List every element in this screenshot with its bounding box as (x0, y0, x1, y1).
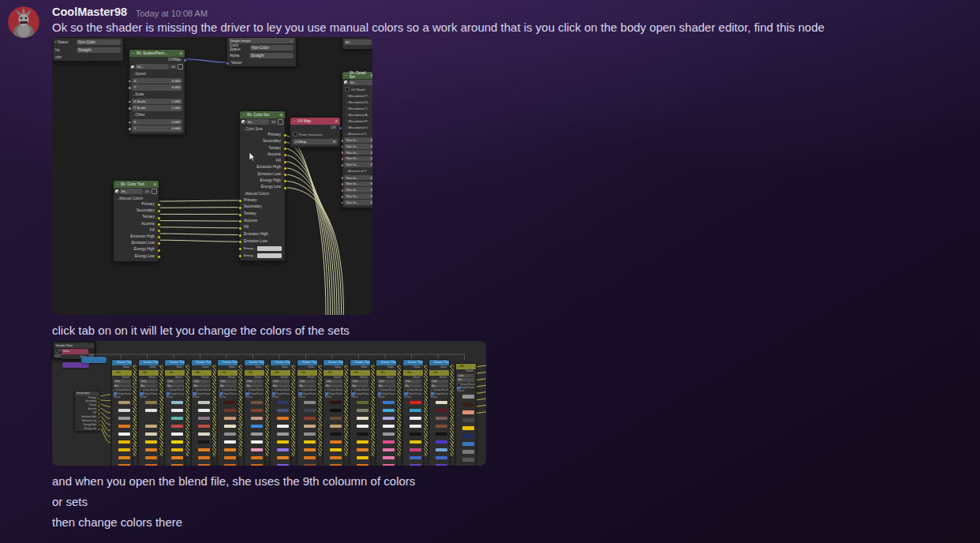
clamp-factor-checkbox: Clamp Factor (324, 392, 343, 395)
color-swatch (145, 401, 157, 404)
color-swatch-row (403, 464, 423, 466)
attachment-shader-editor[interactable]: r SpaceNon-ColorhaStraight ctor Sh. Scal… (52, 37, 372, 315)
output-socket: Primary (114, 201, 159, 208)
attachment-color-columns[interactable]: Value Value Group Input PrimarySecondary… (52, 341, 486, 466)
selector-value: Sh... (120, 189, 144, 194)
color-swatch (145, 448, 157, 451)
color-swatch (383, 456, 395, 459)
input-socket: Tetriary (240, 211, 285, 218)
color-swatch (198, 433, 210, 436)
section-offset: Offset (129, 112, 185, 118)
color-swatch-row (350, 409, 370, 414)
color-swatch (462, 410, 474, 414)
input-socket: Emission High (240, 231, 285, 238)
color-swatch-row (429, 433, 449, 438)
output-socket: Energy Low (75, 427, 99, 431)
value-field: Y Scale1.000 (132, 105, 182, 111)
color-swatch-row (218, 440, 238, 446)
color-swatch (224, 425, 236, 428)
color-swatch-row (112, 425, 132, 430)
color-swatch (330, 456, 342, 459)
clamp-factor-checkbox: Clamp Factor (429, 392, 449, 395)
section-amount-y: Amount of Y (342, 168, 372, 174)
color-swatch-row (324, 456, 343, 462)
result-output: Result (456, 369, 476, 373)
factor-field: Factor (403, 395, 423, 399)
output-socket: Tetriary (114, 214, 159, 220)
result-output: Result (192, 376, 211, 380)
color-swatch (304, 440, 316, 444)
avatar[interactable] (8, 6, 39, 38)
blend-dropdown: Mix (431, 384, 448, 388)
mix-color-column: ⌄ Greater ThanValue⌄ MixResultColorMixCl… (191, 359, 212, 466)
mix-header: ⌄ Mix (456, 364, 476, 369)
color-swatch (462, 403, 474, 406)
color-swatch (251, 401, 263, 404)
color-swatch-row (456, 442, 476, 448)
output-socket: Fill (240, 158, 285, 164)
factor-field: Factor (192, 395, 211, 399)
color-swatch-row (245, 440, 264, 446)
type-dropdown: Color (457, 374, 474, 378)
clamp-factor-checkbox: Clamp Factor (218, 392, 238, 395)
color-swatch-row (429, 401, 449, 406)
color-swatch (171, 464, 183, 466)
color-swatch (462, 450, 474, 453)
color-swatch-row (271, 448, 290, 454)
type-dropdown: Color (140, 380, 157, 384)
color-swatch-row (245, 464, 264, 466)
color-swatch-row (376, 456, 396, 462)
wire-bundle (318, 365, 322, 456)
color-swatch (383, 425, 395, 428)
color-swatch (330, 417, 342, 420)
color-swatch (198, 417, 210, 420)
type-dropdown: Color (404, 380, 421, 384)
microdetail-row: Microdetail T... (342, 106, 372, 112)
node-property-row: AlphaStraight (227, 51, 296, 59)
color-swatch (357, 401, 368, 404)
mix-color-column: ⌄ Greater ThanValue⌄ MixResultColorMixCl… (402, 359, 424, 466)
material-selector: Sh... 15 (114, 188, 159, 196)
shield-icon (151, 189, 157, 194)
factor-field: Factor (429, 395, 449, 399)
material-sphere-icon (131, 66, 135, 69)
blend-dropdown: Mix (166, 384, 184, 388)
value-field: Y0.050 (132, 84, 182, 91)
color-swatch-row (456, 418, 476, 424)
color-swatch (357, 409, 368, 412)
output-socket: Energy High (114, 246, 159, 253)
color-swatch (410, 409, 421, 412)
output-socket: Secondary (114, 208, 159, 214)
input-socket: Fill (240, 224, 285, 231)
username[interactable]: CoolMaster98 (52, 6, 127, 18)
mix-color-column: ⌄ Greater ThanValue⌄ MixResultColorMixCl… (270, 359, 291, 466)
color-swatch (145, 425, 157, 428)
color-swatch (277, 401, 289, 404)
color-swatch-row (245, 401, 264, 406)
color-swatch-row (403, 425, 423, 430)
color-swatch-row (139, 425, 159, 430)
color-swatch-row (139, 440, 159, 446)
checkbox-icon (345, 87, 350, 92)
factor-field: Factor (271, 395, 290, 399)
color-swatch-row (403, 401, 423, 406)
message-text-2: click tab on on it will let you change t… (52, 324, 350, 337)
color-swatch (462, 442, 474, 445)
node-header: Sh. Color Tool (114, 181, 159, 188)
color-swatch (145, 464, 157, 466)
color-swatch (410, 401, 421, 404)
type-dropdown: Color (193, 380, 210, 384)
node-color-set: Sh. Color Set Sh... 15 Color Sets Primar… (239, 110, 286, 261)
node-header: UV Map (290, 118, 340, 125)
color-swatch-row (139, 433, 159, 438)
color-swatch-row (403, 409, 423, 414)
value-field: Y0.000 (132, 125, 182, 132)
output-socket: Energy Low (240, 184, 285, 190)
color-swatch (118, 409, 130, 412)
color-swatch-row (324, 401, 343, 406)
color-swatch-row (376, 409, 396, 414)
result-output: Result (218, 376, 238, 380)
color-swatch-row (271, 425, 290, 430)
color-swatch (357, 456, 368, 459)
color-swatch-row (297, 464, 317, 466)
